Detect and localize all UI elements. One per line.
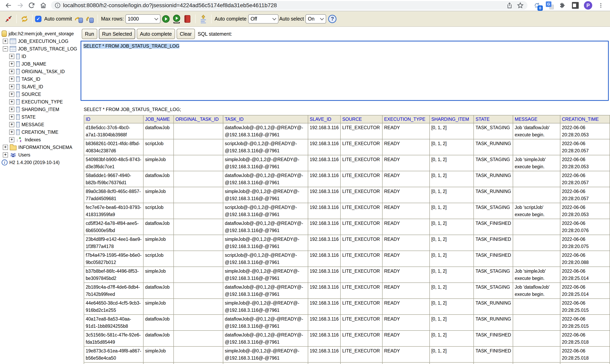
results-table: IDJOB_NAMEORIGINAL_TASK_IDTASK_IDSLAVE_I… (84, 115, 610, 364)
tree-column-sharding_item[interactable]: SHARDING_ITEM (1, 106, 80, 113)
help-icon[interactable] (328, 15, 337, 23)
tree-table-job-execution-log[interactable]: JOB_EXECUTION_LOG (1, 38, 80, 45)
site-info-icon[interactable] (54, 2, 61, 9)
column-header-id[interactable]: ID (84, 115, 143, 123)
expand-icon[interactable] (3, 152, 8, 157)
tree-column-source[interactable]: SOURCE (1, 91, 80, 98)
expand-icon[interactable] (9, 130, 14, 135)
auto-commit-checkbox[interactable]: ✓ (35, 16, 41, 22)
expand-icon[interactable] (9, 54, 14, 59)
tree-column-job_name[interactable]: JOB_NAME (1, 60, 80, 68)
extensions-puzzle-icon[interactable] (558, 1, 567, 10)
max-rows-select[interactable]: 1000 (125, 14, 160, 24)
column-header-job_name[interactable]: JOB_NAME (143, 115, 174, 123)
run-selected-icon[interactable] (172, 14, 181, 24)
tree-column-creation_time[interactable]: CREATION_TIME (1, 128, 80, 136)
expand-icon[interactable] (9, 114, 14, 120)
translate-extension-icon[interactable]: G (545, 1, 554, 10)
result-cell: READY (382, 314, 429, 330)
back-icon[interactable] (4, 1, 13, 10)
reload-icon[interactable] (27, 1, 36, 10)
result-cell: LITE_EXECUTOR (340, 362, 382, 364)
column-header-source[interactable]: SOURCE (340, 115, 382, 123)
disconnect-icon[interactable] (4, 14, 13, 24)
run-button[interactable]: Run (82, 29, 97, 39)
expand-icon[interactable] (9, 61, 14, 66)
tree-column-original_task_id[interactable]: ORIGINAL_TASK_ID (1, 68, 80, 75)
column-header-sharding_item[interactable]: SHARDING_ITEM (429, 115, 474, 123)
expand-icon[interactable] (9, 107, 14, 112)
column-header-execution_type[interactable]: EXECUTION_TYPE (382, 115, 429, 123)
column-header-original_task_id[interactable]: ORIGINAL_TASK_ID (174, 115, 223, 123)
tree-column-execution_type[interactable]: EXECUTION_TYPE (1, 98, 80, 106)
auto-complete-button[interactable]: Auto complete (137, 29, 175, 39)
tree-column-id[interactable]: ID (1, 53, 80, 60)
expand-icon[interactable] (3, 39, 8, 44)
collapse-icon[interactable] (3, 46, 8, 52)
expand-icon[interactable] (9, 92, 14, 97)
expand-icon[interactable] (3, 145, 8, 150)
address-bar[interactable]: localhost:8080/h2-console/login.do?jsess… (51, 1, 528, 10)
result-cell: 480cc7ce-fea8-400c-87a3-1fd510eb1797 (84, 362, 143, 364)
column-icon (16, 54, 20, 59)
cancel-icon[interactable] (183, 14, 192, 24)
autocomplete-icon[interactable] (199, 14, 208, 24)
result-cell: 2022-06-06 20:28:20.057 (560, 139, 610, 155)
tree-column-message[interactable]: MESSAGE (1, 121, 80, 128)
bookmark-star-icon[interactable] (516, 1, 525, 10)
expand-icon[interactable] (9, 77, 14, 82)
tree-table-job-status-trace-log[interactable]: JOB_STATUS_TRACE_LOG (1, 45, 80, 53)
browser-menu-icon[interactable] (596, 1, 605, 10)
tree-column-state[interactable]: STATE (1, 113, 80, 121)
result-cell: 2022-06-06 20:28:20.053 (560, 123, 610, 139)
column-header-creation_time[interactable]: CREATION_TIME (560, 115, 610, 123)
run-icon[interactable] (161, 14, 170, 24)
column-label: SLAVE_ID (22, 84, 43, 90)
rollback-icon[interactable] (85, 14, 94, 24)
session-counter-extension-icon[interactable]: 0 (532, 1, 542, 10)
column-header-slave_id[interactable]: SLAVE_ID (308, 115, 340, 123)
column-header-message[interactable]: MESSAGE (513, 115, 560, 123)
sql-editor[interactable]: SELECT * FROM JOB_STATUS_TRACE_LOG (80, 41, 609, 101)
result-cell: 2022-06-06 20:28:20.075 (560, 235, 610, 251)
expand-icon[interactable] (9, 137, 14, 142)
result-cell: 192.168.3.116 (308, 203, 340, 219)
home-icon[interactable] (39, 1, 48, 10)
expand-icon[interactable] (9, 99, 14, 104)
expand-icon[interactable] (9, 122, 14, 127)
column-header-task_id[interactable]: TASK_ID (223, 115, 308, 123)
column-label: SHARDING_ITEM (22, 107, 59, 112)
share-icon[interactable] (505, 1, 514, 10)
expand-icon[interactable] (9, 69, 14, 74)
tree-connection[interactable]: jdbc:h2:mem:job_event_storage (1, 30, 80, 38)
result-cell: 2022-06-06 20:28:25.014 (560, 267, 610, 283)
result-cell: READY (382, 330, 429, 346)
forward-icon[interactable] (15, 1, 25, 10)
result-cell: 192.168.3.116 (308, 251, 340, 267)
result-cell (174, 139, 223, 155)
auto-select-select[interactable]: On (305, 14, 326, 24)
commit-icon[interactable] (74, 14, 84, 24)
tree-indexes[interactable]: az Indexes (1, 136, 80, 143)
reading-mode-icon[interactable] (571, 1, 580, 10)
auto-complete-select[interactable]: Off (248, 14, 278, 24)
expand-icon[interactable] (9, 84, 14, 89)
refresh-icon[interactable] (20, 14, 29, 24)
tree-information-schema[interactable]: INFORMATION_SCHEMA (1, 143, 80, 151)
clear-button[interactable]: Clear (177, 29, 195, 39)
column-icon (16, 114, 20, 120)
result-row: 480cc7ce-fea8-400c-87a3-1fd510eb1797simp… (84, 362, 610, 364)
result-cell: TASK_FINISHED (474, 219, 513, 235)
result-cell (174, 330, 223, 346)
run-selected-button[interactable]: Run Selected (99, 29, 135, 39)
tree-column-task_id[interactable]: TASK_ID (1, 75, 80, 83)
result-cell: TASK_RUNNING (474, 314, 513, 330)
profile-avatar[interactable]: P (584, 1, 593, 10)
tree-column-slave_id[interactable]: SLAVE_ID (1, 83, 80, 91)
result-cell: TASK_STAGING (474, 267, 513, 283)
result-cell: 2022-06-06 20:28:20.053 (560, 155, 610, 171)
column-icon (16, 76, 20, 82)
column-header-state[interactable]: STATE (474, 115, 513, 123)
url-text[interactable]: localhost:8080/h2-console/login.do?jsess… (63, 2, 503, 9)
tree-users[interactable]: Users (1, 151, 80, 159)
